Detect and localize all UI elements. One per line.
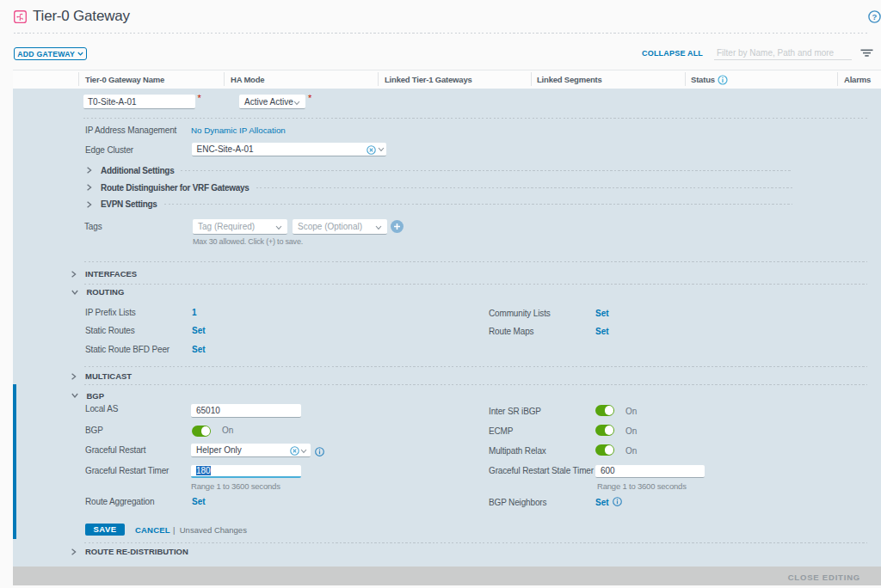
svg-text:?: ? xyxy=(872,11,878,21)
